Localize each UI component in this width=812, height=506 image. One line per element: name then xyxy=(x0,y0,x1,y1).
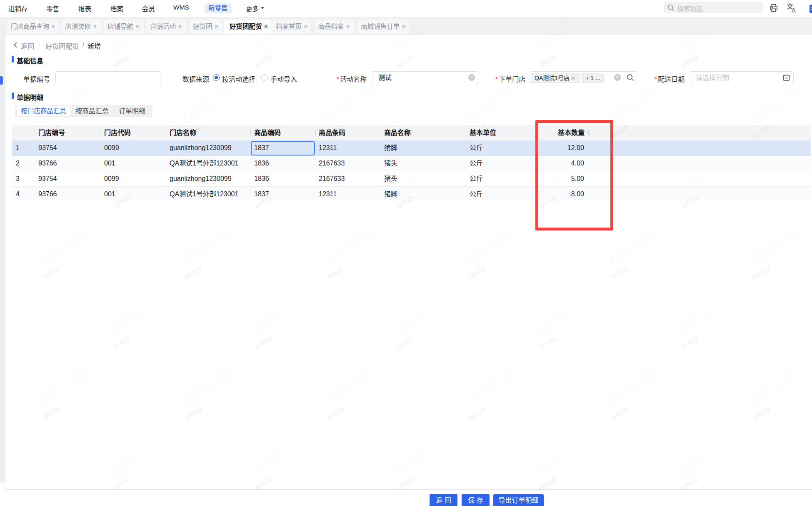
svg-text:A: A xyxy=(792,7,796,14)
